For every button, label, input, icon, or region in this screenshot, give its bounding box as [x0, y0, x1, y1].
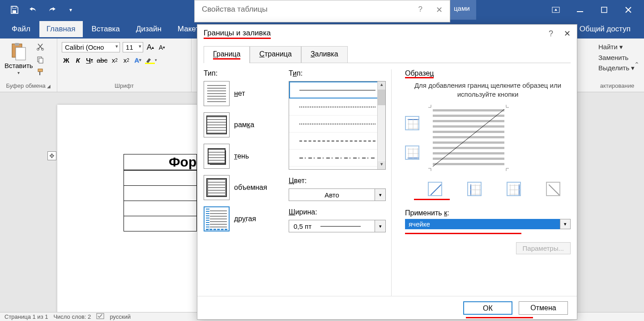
dropdown-icon[interactable]: ▾	[375, 220, 385, 232]
border-top-button[interactable]	[405, 116, 419, 130]
group-font-label: Шрифт	[62, 82, 187, 90]
bold-icon[interactable]: Ж	[62, 55, 71, 65]
border-diag-up-button[interactable]	[428, 182, 442, 196]
dialog-titlebar[interactable]: Границы и заливка ? ✕	[197, 25, 577, 43]
table-row[interactable]	[124, 185, 197, 201]
setting-custom[interactable]: другая	[204, 206, 280, 231]
document-table[interactable]: Фор	[124, 154, 197, 231]
status-words[interactable]: Число слов: 2	[53, 313, 91, 320]
highlight-icon[interactable]: ▾	[145, 55, 157, 65]
borders-shading-dialog: Границы и заливка ? ✕ Граница Страница З…	[197, 24, 577, 320]
close-icon[interactable]: ✕	[564, 29, 571, 39]
tab-design[interactable]: Дизайн	[129, 21, 169, 37]
help-icon[interactable]: ?	[418, 5, 422, 15]
style-scrollbar[interactable]: ▴ ▾	[377, 81, 385, 169]
setting-shadow[interactable]: тень	[204, 144, 280, 169]
border-diag-down-button[interactable]	[546, 182, 560, 196]
redo-icon[interactable]	[47, 4, 57, 15]
minimize-icon[interactable]	[575, 5, 585, 15]
dialog-tabs: Граница Страница Заливка	[197, 43, 577, 63]
svg-line-36	[431, 184, 441, 195]
collapse-ribbon-icon[interactable]: ⌃	[634, 61, 640, 68]
svg-rect-6	[16, 47, 26, 60]
line-style-dashed-short[interactable]	[289, 116, 385, 133]
setting-3d[interactable]: объемная	[204, 175, 280, 200]
width-combo[interactable]: 0,5 пт ▾	[289, 220, 386, 232]
setting-box[interactable]: рамка	[204, 112, 280, 137]
color-combo[interactable]: Авто ▾	[289, 188, 386, 201]
superscript-icon[interactable]: x2	[122, 55, 131, 65]
cancel-button[interactable]: Отмена	[519, 301, 568, 315]
maximize-icon[interactable]	[599, 5, 609, 15]
annotation	[414, 199, 450, 200]
scroll-down-icon[interactable]: ▾	[378, 161, 385, 169]
table-row[interactable]	[124, 201, 197, 216]
italic-icon[interactable]: К	[73, 55, 82, 65]
tab-shading[interactable]: Заливка	[301, 46, 348, 63]
underline-icon[interactable]: Ч ▾	[85, 55, 94, 65]
close-icon[interactable]	[623, 5, 633, 15]
close-icon[interactable]: ✕	[436, 5, 443, 15]
share-button[interactable]: Общий доступ	[580, 25, 644, 34]
scroll-thumb[interactable]	[378, 90, 385, 105]
table-row[interactable]	[124, 170, 197, 185]
border-right-button[interactable]	[507, 182, 521, 196]
copy-icon[interactable]	[36, 55, 45, 64]
strikethrough-icon[interactable]: abc	[97, 55, 107, 65]
text-effects-icon[interactable]: A ▾	[133, 55, 142, 65]
group-clipboard-label: Буфер обмена ◢	[4, 82, 52, 90]
status-page[interactable]: Страница 1 из 1	[4, 313, 48, 320]
border-left-button[interactable]	[467, 182, 482, 196]
table-move-handle-icon[interactable]: ✥	[47, 151, 56, 160]
qat-customize-icon[interactable]: ▾	[65, 4, 76, 15]
preview-column: Образец Для добавления границ щелкните о…	[401, 69, 571, 296]
setting-none[interactable]: нет	[204, 81, 280, 106]
scroll-up-icon[interactable]: ▴	[378, 81, 385, 90]
help-icon[interactable]: ?	[549, 29, 553, 39]
tab-insert[interactable]: Вставка	[85, 21, 127, 37]
paste-button[interactable]: Вставить ▾	[4, 40, 33, 82]
line-style-solid[interactable]	[289, 81, 385, 98]
paste-icon	[9, 42, 28, 61]
dropdown-icon[interactable]: ▾	[560, 219, 571, 229]
font-name-combo[interactable]: Calibri (Осно	[62, 42, 120, 52]
line-style-dotted[interactable]	[289, 98, 385, 116]
font-size-combo[interactable]: 11	[123, 42, 143, 52]
grow-font-icon[interactable]: A▴	[146, 43, 155, 52]
line-style-dashed[interactable]	[289, 133, 385, 150]
options-button: Параметры...	[516, 242, 571, 254]
border-bottom-button[interactable]	[405, 146, 419, 160]
dropdown-icon[interactable]: ▾	[375, 189, 385, 201]
format-painter-icon[interactable]	[36, 67, 45, 77]
settings-column: Тип: нет рамка тень объемная другая	[204, 69, 280, 296]
apply-to-combo[interactable]: ячейке ▾	[405, 219, 571, 229]
table-title-cell[interactable]: Фор	[124, 154, 197, 171]
select-button[interactable]: Выделить ▾	[598, 64, 636, 72]
color-label: Цвет:	[289, 177, 386, 185]
table-row[interactable]	[124, 216, 197, 231]
shrink-font-icon[interactable]: A▾	[158, 43, 166, 52]
subscript-icon[interactable]: x2	[110, 55, 119, 65]
tab-home[interactable]: Главная	[39, 21, 83, 37]
tab-page-border[interactable]: Страница	[250, 46, 301, 63]
find-button[interactable]: Найти ▾	[598, 43, 636, 51]
paste-label: Вставить	[4, 62, 33, 69]
save-icon[interactable]	[9, 4, 20, 15]
replace-button[interactable]: Заменить	[598, 54, 636, 61]
tab-file[interactable]: Файл	[4, 21, 38, 37]
cut-icon[interactable]	[36, 42, 45, 52]
width-value: 0,5 пт	[289, 223, 375, 230]
ribbon-display-icon[interactable]	[551, 5, 561, 15]
status-language[interactable]: русский	[110, 313, 131, 320]
paste-dropdown-icon[interactable]: ▾	[17, 70, 20, 75]
color-value: Авто	[289, 191, 375, 199]
group-font: Calibri (Осно 11 A▴ A▾ Ж К Ч ▾ abc x2 x2…	[57, 39, 192, 92]
undo-icon[interactable]	[28, 4, 38, 15]
width-label: Ширина:	[289, 208, 386, 216]
proofing-icon[interactable]	[96, 313, 104, 321]
line-style-dashdot[interactable]	[289, 150, 385, 167]
tab-border[interactable]: Граница	[204, 46, 250, 63]
preview-box[interactable]	[428, 105, 509, 171]
line-style-list[interactable]: ▴ ▾	[289, 81, 386, 170]
ok-button[interactable]: ОК	[463, 301, 512, 315]
